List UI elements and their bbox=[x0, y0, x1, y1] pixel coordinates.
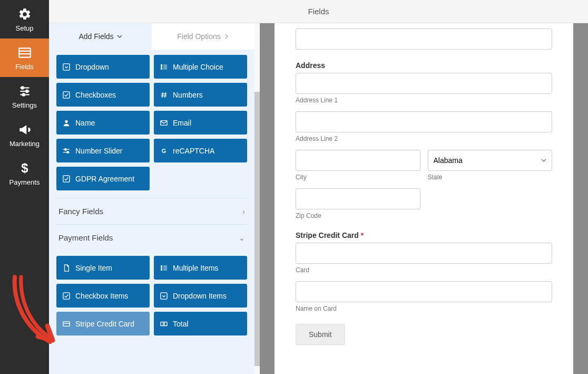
field-recaptcha[interactable]: G reCAPTCHA bbox=[154, 139, 247, 162]
svg-point-26 bbox=[161, 265, 162, 266]
fields-panel: Add Fields Field Options Dropdown bbox=[49, 23, 260, 374]
payment-fields-grid: Single Item Multiple Items Checkbox Item… bbox=[56, 256, 247, 335]
svg-rect-34 bbox=[63, 321, 70, 326]
field-total[interactable]: Total bbox=[154, 312, 247, 335]
page-header: Fields bbox=[49, 0, 588, 23]
check-square-icon bbox=[63, 91, 70, 99]
standard-fields-grid: Dropdown Multiple Choice Checkboxes bbox=[56, 55, 247, 190]
gear-icon bbox=[18, 7, 32, 21]
svg-rect-17 bbox=[63, 91, 70, 98]
field-checkbox-items[interactable]: Checkbox Items bbox=[56, 284, 150, 308]
submit-button[interactable]: Submit bbox=[296, 324, 345, 345]
address-line2-input[interactable] bbox=[296, 111, 552, 132]
sliders-h-icon bbox=[63, 147, 70, 155]
field-multiple-items[interactable]: Multiple Items bbox=[154, 256, 247, 280]
svg-point-15 bbox=[161, 68, 162, 69]
address-line1-sublabel: Address Line 1 bbox=[296, 97, 552, 104]
form-preview: Address Address Line 1 Address Line 2 Ci… bbox=[260, 23, 588, 374]
card-input[interactable] bbox=[296, 243, 552, 264]
scrollbar-thumb[interactable] bbox=[254, 92, 260, 366]
user-icon bbox=[63, 119, 70, 127]
field-stripe-credit-card[interactable]: Stripe Credit Card bbox=[56, 312, 150, 335]
field-email[interactable]: Email bbox=[154, 111, 247, 135]
tab-field-options[interactable]: Field Options bbox=[152, 23, 254, 50]
check-square-icon bbox=[63, 175, 70, 183]
chevron-down-icon: ⌄ bbox=[239, 234, 245, 242]
svg-point-11 bbox=[161, 64, 162, 65]
field-dropdown[interactable]: Dropdown bbox=[56, 55, 150, 79]
svg-point-4 bbox=[21, 87, 23, 89]
list-ul-icon bbox=[160, 63, 168, 71]
nav-payments[interactable]: $ Payments bbox=[0, 154, 49, 193]
chevron-right-icon: › bbox=[242, 207, 245, 216]
main-nav: Setup Fields Settings Marketing $ Paymen… bbox=[0, 0, 49, 374]
chevron-down-icon bbox=[117, 34, 122, 39]
field-dropdown-items[interactable]: Dropdown Items bbox=[154, 284, 247, 308]
field-multiple-choice[interactable]: Multiple Choice bbox=[154, 55, 247, 79]
field-name[interactable]: Name bbox=[56, 111, 150, 135]
address-line2-sublabel: Address Line 2 bbox=[296, 135, 552, 142]
scrollbar[interactable] bbox=[254, 23, 260, 374]
address-line1-input[interactable] bbox=[296, 73, 552, 94]
text-input[interactable] bbox=[296, 28, 552, 50]
caret-square-icon bbox=[63, 63, 70, 71]
address-label: Address bbox=[296, 61, 552, 70]
bullhorn-icon bbox=[18, 123, 32, 137]
field-number-slider[interactable]: Number Slider bbox=[56, 139, 150, 162]
svg-point-21 bbox=[65, 148, 67, 150]
field-checkboxes[interactable]: Checkboxes bbox=[56, 83, 150, 107]
section-payment-fields[interactable]: Payment Fields ⌄ bbox=[56, 224, 247, 251]
section-fancy-fields[interactable]: Fancy Fields › bbox=[56, 198, 247, 224]
state-select[interactable]: Alabama bbox=[428, 150, 553, 171]
svg-text:G: G bbox=[162, 147, 166, 154]
svg-point-23 bbox=[67, 151, 69, 153]
svg-point-8 bbox=[22, 93, 24, 95]
nav-fields[interactable]: Fields bbox=[0, 39, 49, 77]
google-icon: G bbox=[160, 147, 168, 155]
field-numbers[interactable]: Numbers bbox=[154, 83, 247, 107]
envelope-icon bbox=[160, 119, 168, 127]
money-icon bbox=[160, 320, 168, 328]
nav-settings[interactable]: Settings bbox=[0, 77, 49, 116]
svg-rect-36 bbox=[161, 322, 167, 325]
name-on-card-sublabel: Name on Card bbox=[296, 305, 552, 312]
nav-setup[interactable]: Setup bbox=[0, 0, 49, 39]
form-icon bbox=[18, 46, 32, 60]
field-gdpr[interactable]: GDPR Agreement bbox=[56, 167, 150, 190]
svg-text:$: $ bbox=[21, 161, 28, 175]
svg-point-37 bbox=[163, 323, 165, 325]
stripe-label: Stripe Credit Card * bbox=[296, 231, 552, 239]
chevron-right-icon bbox=[224, 34, 229, 39]
page-title: Fields bbox=[308, 7, 329, 16]
hashtag-icon bbox=[160, 91, 168, 99]
city-sublabel: City bbox=[296, 174, 420, 181]
dollar-icon: $ bbox=[18, 161, 32, 175]
svg-rect-32 bbox=[63, 292, 70, 299]
state-sublabel: State bbox=[428, 174, 553, 181]
svg-point-18 bbox=[65, 120, 67, 122]
svg-rect-10 bbox=[63, 63, 70, 70]
sliders-icon bbox=[18, 84, 32, 98]
svg-rect-33 bbox=[161, 292, 167, 299]
zip-sublabel: Zip Code bbox=[296, 212, 420, 219]
svg-rect-0 bbox=[19, 48, 31, 57]
tab-add-fields[interactable]: Add Fields bbox=[49, 23, 152, 50]
field-single-item[interactable]: Single Item bbox=[56, 256, 150, 280]
svg-rect-25 bbox=[63, 175, 70, 181]
svg-point-6 bbox=[26, 90, 28, 92]
city-input[interactable] bbox=[296, 150, 420, 171]
list-ul-icon bbox=[160, 264, 168, 272]
svg-point-28 bbox=[161, 267, 162, 268]
file-icon bbox=[63, 264, 70, 272]
check-square-icon bbox=[63, 292, 70, 300]
credit-card-icon bbox=[63, 320, 70, 328]
zip-input[interactable] bbox=[296, 188, 420, 209]
svg-rect-19 bbox=[161, 120, 167, 125]
nav-marketing[interactable]: Marketing bbox=[0, 116, 49, 154]
caret-square-icon bbox=[160, 292, 168, 300]
card-sublabel: Card bbox=[296, 266, 552, 274]
name-on-card-input[interactable] bbox=[296, 281, 552, 302]
svg-point-13 bbox=[161, 66, 162, 67]
svg-point-30 bbox=[161, 269, 162, 270]
